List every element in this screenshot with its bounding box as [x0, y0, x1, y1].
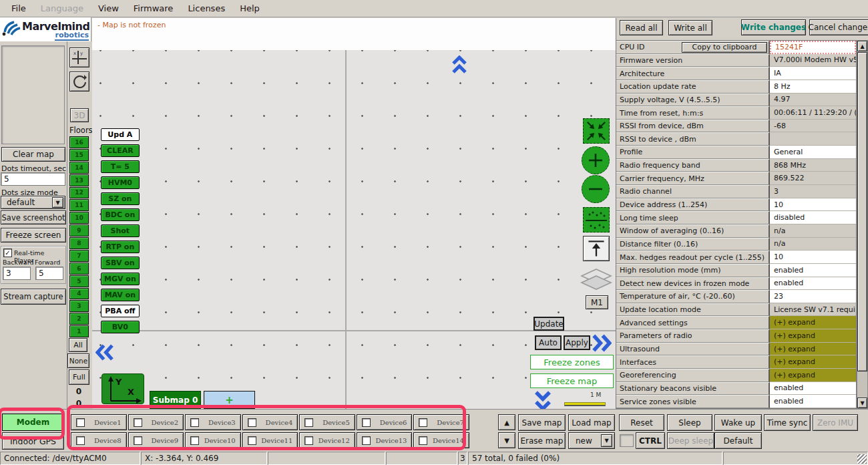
setting-value[interactable]: 869.522 [770, 172, 856, 185]
floor-button[interactable]: 14 [69, 162, 89, 174]
device-checkbox[interactable] [248, 418, 256, 427]
map-toggle-button[interactable]: T= 5 [101, 160, 140, 173]
setting-value[interactable]: 10 [770, 198, 856, 212]
pan-up-icon[interactable] [450, 55, 469, 74]
pan-down-icon[interactable] [533, 390, 553, 411]
freeze-screen-button[interactable]: Freeze screen [1, 228, 66, 243]
write-all-button[interactable]: Write all [668, 20, 712, 35]
device-button[interactable]: Device11 [242, 432, 298, 448]
setting-value[interactable]: enabled [770, 264, 856, 277]
floor-button[interactable]: 10 [69, 212, 89, 224]
time-sync-button[interactable]: Time sync [764, 414, 811, 431]
setting-value[interactable]: (+) expand [770, 369, 856, 382]
view-3d-button[interactable]: 3D [70, 108, 89, 122]
write-changes-button[interactable]: Write changes [741, 19, 806, 35]
menu-item[interactable]: Language [33, 1, 91, 16]
floors-none-button[interactable]: None [67, 353, 89, 368]
setting-value[interactable]: enabled [770, 395, 856, 408]
wake-up-button[interactable]: Wake up [714, 414, 762, 431]
resize-grip[interactable] [857, 454, 867, 464]
map-toggle-button[interactable]: MGV on [101, 273, 140, 285]
map-toggle-button[interactable]: BV0 [101, 321, 140, 333]
setting-value[interactable]: (+) expand [770, 329, 856, 343]
map-toggle-button[interactable]: CLEAR [101, 144, 140, 157]
floor-button[interactable]: 12 [69, 187, 89, 199]
setting-value[interactable]: 00:06:11 / 11:29:20 / ( [770, 106, 856, 120]
m1-button[interactable]: M1 [586, 295, 608, 309]
device-checkbox[interactable] [304, 436, 313, 445]
setting-value[interactable]: (+) expand [770, 343, 856, 356]
default-button[interactable]: Default [714, 432, 762, 449]
save-screenshot-button[interactable]: Save screenshot [1, 210, 66, 224]
table-scrollbar[interactable]: ▲ ▼ [857, 40, 868, 409]
map-toggle-button[interactable]: HVM0 [101, 176, 140, 189]
floor-button[interactable]: 9 [69, 224, 89, 237]
map-toggle-button[interactable]: MAV on [101, 289, 140, 301]
tab-submap-0[interactable]: Submap 0 [150, 391, 201, 409]
device-button[interactable]: Device3 [185, 414, 241, 430]
device-checkbox[interactable] [248, 436, 256, 445]
floors-full-button[interactable]: Full [69, 369, 89, 385]
pan-left-icon[interactable] [95, 343, 114, 361]
device-checkbox[interactable] [134, 418, 142, 427]
setting-value[interactable]: License SW v7.1 requi [770, 303, 856, 317]
floor-button[interactable]: 7 [69, 250, 89, 262]
menu-item[interactable]: Help [232, 1, 267, 16]
zoom-fit-button[interactable] [583, 118, 610, 144]
floor-button[interactable]: 5 [69, 275, 89, 287]
auto-button[interactable]: Auto [535, 335, 562, 350]
save-map-button[interactable]: Save map [518, 414, 566, 431]
pan-right-icon[interactable] [592, 334, 612, 352]
device-checkbox[interactable] [419, 436, 427, 445]
floor-button[interactable]: 3 [69, 300, 89, 312]
scroll-down-icon[interactable]: ▼ [857, 398, 867, 408]
map-toggle-button[interactable]: Shot [101, 224, 140, 237]
device-button[interactable]: Device12 [299, 432, 355, 448]
setting-value[interactable] [770, 132, 856, 146]
setting-value[interactable]: 10 [770, 251, 856, 264]
dots-timeout-input[interactable]: 5 [1, 172, 65, 186]
device-checkbox[interactable] [190, 436, 199, 445]
tab-indoor-gps[interactable]: Indoor GPS [2, 432, 64, 450]
setting-value[interactable]: 868 MHz [770, 159, 856, 172]
setting-value[interactable]: 4.97 [770, 94, 856, 107]
read-all-button[interactable]: Read all [620, 20, 663, 35]
device-checkbox[interactable] [362, 436, 371, 445]
freeze-map-button[interactable]: Freeze map [530, 373, 614, 388]
device-button[interactable]: Device8 [71, 432, 127, 448]
stream-capture-button[interactable]: Stream capture [1, 289, 66, 305]
load-map-button[interactable]: Load map [568, 414, 615, 431]
setting-value[interactable]: 8 Hz [770, 80, 856, 94]
upload-button[interactable] [583, 236, 610, 261]
device-button[interactable]: Device10 [185, 432, 241, 448]
map-toggle-button[interactable]: PBA off [101, 305, 140, 317]
device-button[interactable]: Device1 [71, 414, 127, 430]
setting-value[interactable]: V7.000i Modem HW v5 [770, 54, 856, 67]
zoom-in-button[interactable] [582, 146, 610, 174]
tab-modem[interactable]: Modem [2, 414, 64, 431]
floor-button[interactable]: 13 [69, 174, 89, 186]
map-toggle-button[interactable]: Upd A [101, 128, 140, 141]
setting-value[interactable]: disabled [770, 211, 856, 224]
floor-button[interactable]: 8 [69, 237, 89, 249]
device-button[interactable]: Device6 [357, 414, 413, 430]
setting-value[interactable]: (+) expand [770, 316, 856, 329]
map-toggle-button[interactable]: SZ on [101, 192, 140, 205]
tab-add-submap[interactable]: + [204, 391, 255, 409]
device-checkbox[interactable] [304, 418, 313, 427]
floor-button[interactable]: 1 [69, 325, 89, 337]
device-button[interactable]: Device13 [357, 432, 413, 448]
device-button[interactable]: Device7 [413, 414, 469, 430]
floor-button[interactable]: 4 [69, 288, 89, 300]
device-button[interactable]: Device4 [242, 414, 298, 430]
erase-map-button[interactable]: Erase map [518, 432, 566, 449]
setting-value[interactable]: n/a [770, 224, 856, 238]
axes-view-button[interactable]: xy [69, 47, 89, 67]
setting-value[interactable]: enabled [770, 382, 856, 396]
sleep-button[interactable]: Sleep [667, 414, 712, 431]
dots-filter-button[interactable] [583, 207, 610, 232]
setting-value[interactable]: General [770, 146, 856, 159]
floor-button[interactable]: 6 [69, 263, 89, 275]
map-select[interactable]: new ▼ [568, 432, 615, 449]
ctrl-checkbox[interactable] [620, 434, 634, 447]
